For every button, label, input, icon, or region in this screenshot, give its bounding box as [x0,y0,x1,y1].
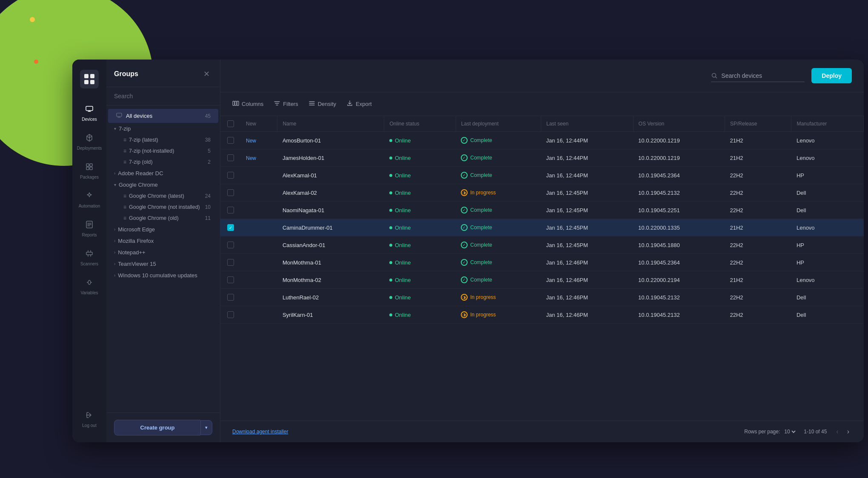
device-name[interactable]: AmosBurton-01 [277,132,384,149]
download-agent-link[interactable]: Download agent installer [232,429,288,435]
manufacturer: HP [791,254,864,271]
select-all-checkbox[interactable] [227,120,234,127]
last-seen: Jan 16, 12:46PM [541,289,634,306]
group-notepad-parent[interactable]: › Notepad++ [106,247,220,258]
th-new[interactable]: New [241,116,277,132]
groups-search-input[interactable] [114,93,212,100]
device-name[interactable]: NaomiNagata-01 [277,202,384,219]
row-checkbox[interactable] [227,189,234,196]
sidebar-item-reports[interactable]: Reports [75,216,104,242]
row-checkbox[interactable] [227,172,234,179]
row-checkbox[interactable] [227,242,234,248]
group-windows-label: Windows 10 cumulative updates [118,272,197,279]
table-row: NaomiNagata-01Online ✓ Complete Jan 16, … [220,202,864,219]
os-version: 10.0.19045.2132 [633,289,725,306]
deploy-button[interactable]: Deploy [811,68,852,83]
sidebar-item-logout[interactable]: Log out [75,407,104,432]
table-row: NewAmosBurton-01Online ✓ Complete Jan 16… [220,132,864,149]
device-name[interactable]: AlexKamal-02 [277,184,384,202]
table-row: SyrilKarn-01Online ◑ In progress Jan 16,… [220,306,864,324]
deployment-status: ✓ Complete [461,242,536,248]
online-status: Online [389,207,451,213]
close-groups-button[interactable]: ✕ [200,68,212,80]
chevron-right-icon: › [114,262,115,266]
th-last-seen[interactable]: Last seen [541,116,634,132]
export-button[interactable]: Export [346,98,372,110]
chevron-right-icon: › [114,239,115,243]
online-status: Online [389,294,451,301]
sidebar-item-devices[interactable]: Devices [75,100,104,126]
search-devices-input[interactable] [721,72,805,79]
sidebar-item-label-deployments: Deployments [77,146,102,151]
th-sp-release[interactable]: SP/Release [725,116,791,132]
sidebar-item-automation[interactable]: Automation [75,187,104,213]
group-chrome-old[interactable]: ≡ Google Chrome (old) 11 [108,213,218,224]
row-checkbox[interactable] [227,224,234,231]
row-checkbox[interactable] [227,154,234,161]
create-group-dropdown-button[interactable]: ▾ [200,420,212,435]
all-devices-item[interactable]: All devices 45 [108,109,218,123]
sidebar-item-label-scanners: Scanners [80,262,98,266]
app-container: Devices Deployments Packages Automation [72,60,864,442]
group-notepad-label: Notepad++ [118,249,145,256]
row-checkbox[interactable] [227,276,234,283]
row-checkbox[interactable] [227,311,234,318]
rows-per-page-select[interactable]: 10 25 50 [782,428,797,435]
group-chrome-not-installed[interactable]: ≡ Google Chrome (not installed) 10 [108,202,218,213]
device-name[interactable]: LuthenRael-02 [277,289,384,306]
group-teamviewer-parent[interactable]: › TeamViewer 15 [106,258,220,270]
density-button[interactable]: Density [308,98,336,110]
group-7zip-latest[interactable]: ≡ 7-zip (latest) 38 [108,134,218,145]
row-checkbox[interactable] [227,137,234,144]
next-page-button[interactable]: › [845,427,852,436]
th-online-status[interactable]: Online status [384,116,456,132]
group-edge-parent[interactable]: › Microsoft Edge [106,224,220,235]
row-checkbox[interactable] [227,259,234,266]
sidebar-item-deployments[interactable]: Deployments [75,129,104,155]
device-name[interactable]: CassianAndor-01 [277,236,384,254]
svg-rect-4 [86,106,93,111]
sidebar-item-packages[interactable]: Packages [75,158,104,184]
last-seen: Jan 16, 12:46PM [541,306,634,324]
th-os-version[interactable]: OS Version [633,116,725,132]
sidebar-item-scanners[interactable]: Scanners [75,245,104,270]
device-name[interactable]: JamesHolden-01 [277,149,384,167]
filters-label: Filters [283,101,298,107]
th-last-deployment[interactable]: Last deployment [456,116,541,132]
row-checkbox[interactable] [227,207,234,213]
group-chrome-latest[interactable]: ≡ Google Chrome (latest) 24 [108,191,218,202]
row-checkbox[interactable] [227,294,234,301]
chevron-right-icon: › [114,171,115,176]
sidebar-item-variables[interactable]: Variables [75,274,104,299]
scanners-icon [85,249,94,260]
th-manufacturer[interactable]: Manufacturer [791,116,864,132]
device-name[interactable]: MonMothma-02 [277,271,384,289]
group-7zip-old[interactable]: ≡ 7-zip (old) 2 [108,156,218,168]
manufacturer: Dell [791,202,864,219]
device-name[interactable]: AlexKamal-01 [277,167,384,184]
page-info: 1-10 of 45 [804,429,827,435]
deployment-status: ◑ In progress [461,311,536,318]
group-adobe-parent[interactable]: › Adobe Reader DC [106,168,220,179]
check-circle-icon: ✓ [461,137,468,144]
create-group-button[interactable]: Create group [114,420,200,435]
last-seen: Jan 16, 12:45PM [541,236,634,254]
th-name[interactable]: Name [277,116,384,132]
group-windows-parent[interactable]: › Windows 10 cumulative updates [106,270,220,281]
device-name[interactable]: CaminaDrummer-01 [277,219,384,236]
group-chrome-parent[interactable]: ▾ Google Chrome [106,179,220,191]
group-firefox-parent[interactable]: › Mozilla Firefox [106,235,220,247]
chevron-down-icon: ▾ [114,126,116,131]
svg-rect-5 [86,164,89,166]
group-7zip-not-installed[interactable]: ≡ 7-zip (not-installed) 5 [108,145,218,156]
last-seen: Jan 16, 12:44PM [541,132,634,149]
group-7zip-parent[interactable]: ▾ 7-zip [106,123,220,134]
filters-button[interactable]: Filters [274,98,298,110]
prev-page-button[interactable]: ‹ [834,427,841,436]
device-name[interactable]: SyrilKarn-01 [277,306,384,324]
columns-button[interactable]: Columns [232,98,263,110]
os-version: 10.0.22000.1219 [633,149,725,167]
sp-release: 22H2 [725,254,791,271]
manufacturer: HP [791,167,864,184]
device-name[interactable]: MonMothma-01 [277,254,384,271]
